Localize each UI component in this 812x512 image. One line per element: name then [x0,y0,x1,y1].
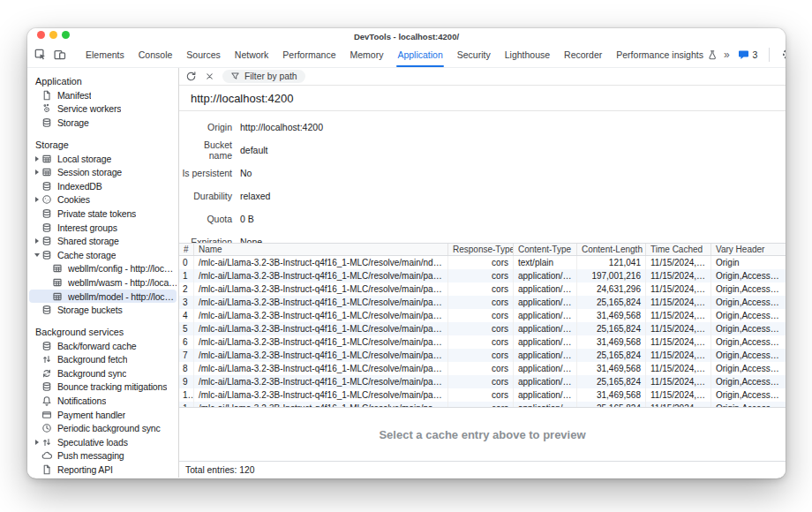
sidebar-item-background-sync[interactable]: Background sync [29,366,177,380]
cell-name: /mlc-ai/Llama-3.2-3B-Instruct-q4f16_1-ML… [194,269,448,282]
cell-time-cached: 11/15/2024, 10… [646,349,711,362]
close-window-button[interactable] [37,31,45,39]
cell-response-type: cors [448,309,514,322]
inspect-element-icon[interactable] [34,49,47,61]
sidebar-item-shared-storage[interactable]: Shared storage [29,234,177,248]
sidebar-item-push-messaging[interactable]: Push messaging [29,449,177,463]
sidebar-item-label: Cookies [57,194,90,205]
sidebar-item-periodic-background-sync[interactable]: Periodic background sync [29,421,177,435]
cache-entry-row[interactable]: 10/mlc-ai/Llama-3.2-3B-Instruct-q4f16_1-… [179,388,786,402]
sidebar-item-webllm-model-http-loc[interactable]: webllm/model - http://loc… [29,290,177,304]
sidebar-item-service-workers[interactable]: Service workers [29,102,177,117]
chevron-right-icon[interactable] [33,440,41,445]
issues-bubble-icon [738,49,749,60]
detail-value: relaxed [240,191,270,201]
column-header-response-type[interactable]: Response-Type [448,244,514,255]
column-header-content-type[interactable]: Content-Type [514,244,577,255]
sidebar-item-private-state-tokens[interactable]: Private state tokens [29,207,177,221]
cell-content-type: application/oc… [514,375,577,388]
refresh-icon[interactable] [185,71,197,82]
device-toolbar-icon[interactable] [54,49,66,61]
filter-input[interactable]: Filter by path [222,70,305,83]
sidebar-item-reporting-api[interactable]: Reporting API [29,463,177,477]
sidebar-item-interest-groups[interactable]: Interest groups [29,221,177,235]
cell-vary-header: Origin,Access… [711,322,786,335]
cell-content-type: application/oc… [514,269,577,282]
cell-content-type: application/oc… [514,309,577,322]
cache-entry-row[interactable]: 4/mlc-ai/Llama-3.2-3B-Instruct-q4f16_1-M… [179,309,786,322]
more-tabs-button[interactable]: » [724,49,730,61]
cache-entry-row[interactable]: 8/mlc-ai/Llama-3.2-3B-Instruct-q4f16_1-M… [179,362,786,375]
column-header-name[interactable]: Name [194,244,448,255]
cache-table-header: #NameResponse-TypeContent-TypeContent-Le… [179,243,786,256]
sidebar-item-local-storage[interactable]: Local storage [29,152,177,166]
file-icon [41,464,53,475]
sidebar-item-cookies[interactable]: Cookies [29,193,177,207]
sidebar-item-storage[interactable]: Storage [29,116,177,130]
chevron-right-icon[interactable] [33,169,41,175]
sync-icon [41,368,53,379]
cache-entry-row[interactable]: 7/mlc-ai/Llama-3.2-3B-Instruct-q4f16_1-M… [179,349,786,362]
tab-network[interactable]: Network [228,41,276,67]
column-header-time-cached[interactable]: Time Cached [646,244,711,255]
tab-security[interactable]: Security [450,41,498,67]
cache-entry-row[interactable]: 3/mlc-ai/Llama-3.2-3B-Instruct-q4f16_1-M… [179,296,786,309]
chevron-right-icon[interactable] [33,238,41,244]
column-header-content-length[interactable]: Content-Length [577,244,646,255]
cell-time-cached: 11/15/2024, 10… [646,256,711,269]
cache-entry-row[interactable]: 0/mlc-ai/Llama-3.2-3B-Instruct-q4f16_1-M… [179,256,786,269]
detail-row-durability: Durabilityrelaxed [179,184,786,207]
table-icon [52,291,64,302]
sidebar-section-background-services: Background servicesBack/forward cacheBac… [27,325,178,477]
sidebar-item-speculative-loads[interactable]: Speculative loads [29,435,177,449]
detail-value: default [240,145,268,155]
sidebar-item-indexeddb[interactable]: IndexedDB [29,179,177,193]
sidebar-item-payment-handler[interactable]: Payment handler [29,408,177,422]
tab-performance[interactable]: Performance [275,41,342,67]
sidebar-item-background-fetch[interactable]: Background fetch [29,353,177,367]
tab-elements[interactable]: Elements [79,41,132,67]
sidebar-item-webllm-config-http-loc[interactable]: webllm/config - http://loc… [29,262,177,276]
column-header-vary-header[interactable]: Vary Header [711,244,786,255]
chevron-right-icon[interactable] [33,197,41,202]
sidebar-item-webllm-wasm-http-loca[interactable]: webllm/wasm - http://loca… [29,275,177,290]
detail-value: No [240,168,252,178]
database-icon [41,181,53,192]
application-sidebar: ApplicationManifestService workersStorag… [27,68,179,478]
chevron-down-icon[interactable] [33,253,41,257]
delete-selected-icon[interactable] [205,72,214,81]
cache-entry-row[interactable]: 2/mlc-ai/Llama-3.2-3B-Instruct-q4f16_1-M… [179,282,786,296]
flask-icon [707,49,717,60]
column-header-[interactable]: # [179,244,194,255]
cache-entry-row[interactable]: 9/mlc-ai/Llama-3.2-3B-Instruct-q4f16_1-M… [179,375,786,388]
cell-time-cached: 11/15/2024, 10… [646,322,711,335]
sidebar-item-label: Shared storage [57,236,119,246]
zoom-window-button[interactable] [62,31,70,39]
tab-recorder[interactable]: Recorder [557,41,609,67]
sidebar-item-label: Push messaging [57,450,124,461]
tab-lighthouse[interactable]: Lighthouse [498,41,557,67]
issues-counter[interactable]: 3 [738,49,758,60]
sidebar-item-manifest[interactable]: Manifest [29,88,177,102]
section-header: Background services [27,325,178,339]
sidebar-item-storage-buckets[interactable]: Storage buckets [29,303,177,317]
settings-gear-icon[interactable] [781,48,786,61]
tab-sources[interactable]: Sources [179,41,228,67]
cache-entry-row[interactable]: 5/mlc-ai/Llama-3.2-3B-Instruct-q4f16_1-M… [179,322,786,335]
cache-entry-row[interactable]: 1/mlc-ai/Llama-3.2-3B-Instruct-q4f16_1-M… [179,269,786,282]
total-entries: Total entries: 120 [185,465,254,475]
cell-time-cached: 11/15/2024, 10… [646,269,711,282]
cache-entry-row[interactable]: 6/mlc-ai/Llama-3.2-3B-Instruct-q4f16_1-M… [179,335,786,349]
filter-funnel-icon [230,72,240,81]
sidebar-item-bounce-tracking-mitigations[interactable]: Bounce tracking mitigations [29,380,177,395]
sidebar-item-session-storage[interactable]: Session storage [29,165,177,179]
sidebar-item-notifications[interactable]: Notifications [29,394,177,408]
tab-memory[interactable]: Memory [342,41,390,67]
tab-console[interactable]: Console [132,41,180,67]
sidebar-item-cache-storage[interactable]: Cache storage [29,248,177,262]
chevron-right-icon[interactable] [33,156,41,162]
tab-performance-insights[interactable]: Performance insights [609,41,724,67]
minimize-window-button[interactable] [49,31,57,39]
tab-application[interactable]: Application [390,41,449,67]
sidebar-item-back-forward-cache[interactable]: Back/forward cache [29,339,177,353]
